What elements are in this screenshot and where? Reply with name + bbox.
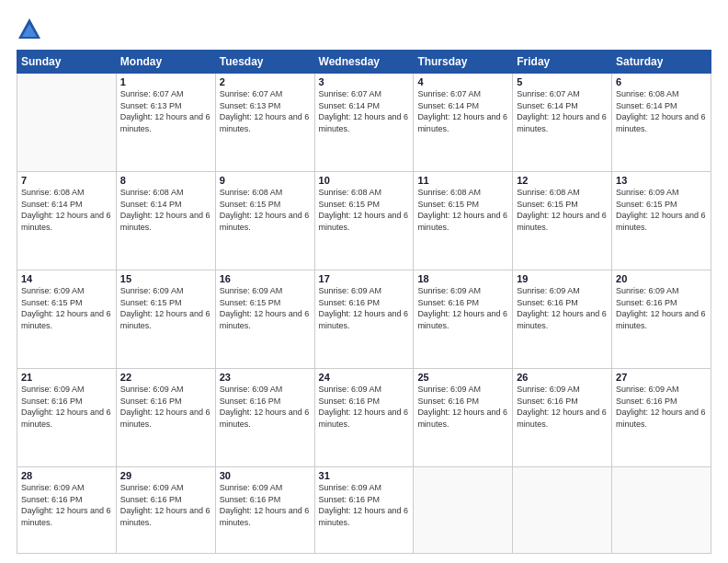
calendar-cell: 22Sunrise: 6:09 AMSunset: 6:16 PMDayligh… bbox=[116, 369, 215, 467]
calendar-header-monday: Monday bbox=[116, 51, 215, 74]
day-info: Sunrise: 6:09 AMSunset: 6:15 PMDaylight:… bbox=[21, 285, 112, 331]
calendar-cell: 26Sunrise: 6:09 AMSunset: 6:16 PMDayligh… bbox=[513, 369, 612, 467]
day-info: Sunrise: 6:09 AMSunset: 6:16 PMDaylight:… bbox=[21, 384, 112, 430]
day-info: Sunrise: 6:09 AMSunset: 6:16 PMDaylight:… bbox=[517, 384, 608, 430]
day-number: 24 bbox=[319, 372, 410, 383]
day-number: 5 bbox=[517, 76, 608, 87]
calendar-cell: 15Sunrise: 6:09 AMSunset: 6:15 PMDayligh… bbox=[116, 270, 215, 369]
day-info: Sunrise: 6:07 AMSunset: 6:14 PMDaylight:… bbox=[319, 88, 410, 134]
day-number: 22 bbox=[120, 372, 211, 383]
day-info: Sunrise: 6:09 AMSunset: 6:16 PMDaylight:… bbox=[417, 384, 508, 430]
calendar-cell: 7Sunrise: 6:08 AMSunset: 6:14 PMDaylight… bbox=[17, 172, 117, 270]
calendar-cell: 14Sunrise: 6:09 AMSunset: 6:15 PMDayligh… bbox=[17, 270, 117, 369]
calendar-header-saturday: Saturday bbox=[612, 51, 711, 74]
calendar-header-wednesday: Wednesday bbox=[314, 51, 414, 74]
day-info: Sunrise: 6:08 AMSunset: 6:14 PMDaylight:… bbox=[616, 88, 707, 134]
calendar-week-row: 14Sunrise: 6:09 AMSunset: 6:15 PMDayligh… bbox=[17, 270, 711, 369]
day-info: Sunrise: 6:09 AMSunset: 6:15 PMDaylight:… bbox=[220, 285, 311, 331]
calendar-cell: 16Sunrise: 6:09 AMSunset: 6:15 PMDayligh… bbox=[215, 270, 314, 369]
day-number: 16 bbox=[220, 273, 311, 284]
logo-icon bbox=[17, 17, 42, 42]
calendar-week-row: 7Sunrise: 6:08 AMSunset: 6:14 PMDaylight… bbox=[17, 172, 711, 270]
day-info: Sunrise: 6:09 AMSunset: 6:15 PMDaylight:… bbox=[616, 187, 707, 233]
day-number: 10 bbox=[319, 175, 410, 186]
day-number: 27 bbox=[616, 372, 707, 383]
calendar-cell: 1Sunrise: 6:07 AMSunset: 6:13 PMDaylight… bbox=[116, 74, 215, 172]
day-info: Sunrise: 6:09 AMSunset: 6:15 PMDaylight:… bbox=[120, 285, 211, 331]
day-info: Sunrise: 6:07 AMSunset: 6:14 PMDaylight:… bbox=[517, 88, 608, 134]
day-number: 29 bbox=[120, 470, 211, 481]
calendar-cell: 9Sunrise: 6:08 AMSunset: 6:15 PMDaylight… bbox=[215, 172, 314, 270]
day-number: 11 bbox=[417, 175, 508, 186]
header bbox=[17, 17, 711, 42]
calendar-cell: 4Sunrise: 6:07 AMSunset: 6:14 PMDaylight… bbox=[414, 74, 513, 172]
day-info: Sunrise: 6:07 AMSunset: 6:13 PMDaylight:… bbox=[120, 88, 211, 134]
day-number: 6 bbox=[616, 76, 707, 87]
calendar-cell: 3Sunrise: 6:07 AMSunset: 6:14 PMDaylight… bbox=[314, 74, 414, 172]
calendar-cell: 23Sunrise: 6:09 AMSunset: 6:16 PMDayligh… bbox=[215, 369, 314, 467]
day-info: Sunrise: 6:07 AMSunset: 6:14 PMDaylight:… bbox=[417, 88, 508, 134]
day-number: 20 bbox=[616, 273, 707, 284]
day-info: Sunrise: 6:09 AMSunset: 6:16 PMDaylight:… bbox=[120, 384, 211, 430]
calendar-header-friday: Friday bbox=[513, 51, 612, 74]
calendar-header-tuesday: Tuesday bbox=[215, 51, 314, 74]
day-info: Sunrise: 6:09 AMSunset: 6:16 PMDaylight:… bbox=[417, 285, 508, 331]
day-info: Sunrise: 6:08 AMSunset: 6:15 PMDaylight:… bbox=[517, 187, 608, 233]
calendar-cell: 30Sunrise: 6:09 AMSunset: 6:16 PMDayligh… bbox=[215, 467, 314, 554]
calendar-cell: 12Sunrise: 6:08 AMSunset: 6:15 PMDayligh… bbox=[513, 172, 612, 270]
day-number: 26 bbox=[517, 372, 608, 383]
day-number: 3 bbox=[319, 76, 410, 87]
calendar-table: SundayMondayTuesdayWednesdayThursdayFrid… bbox=[17, 50, 711, 554]
day-number: 12 bbox=[517, 175, 608, 186]
day-info: Sunrise: 6:09 AMSunset: 6:16 PMDaylight:… bbox=[319, 482, 410, 528]
calendar-cell: 21Sunrise: 6:09 AMSunset: 6:16 PMDayligh… bbox=[17, 369, 117, 467]
calendar-cell: 18Sunrise: 6:09 AMSunset: 6:16 PMDayligh… bbox=[414, 270, 513, 369]
day-number: 19 bbox=[517, 273, 608, 284]
day-info: Sunrise: 6:09 AMSunset: 6:16 PMDaylight:… bbox=[120, 482, 211, 528]
day-number: 18 bbox=[417, 273, 508, 284]
calendar-week-row: 21Sunrise: 6:09 AMSunset: 6:16 PMDayligh… bbox=[17, 369, 711, 467]
calendar-cell: 24Sunrise: 6:09 AMSunset: 6:16 PMDayligh… bbox=[314, 369, 414, 467]
calendar-cell bbox=[17, 74, 117, 172]
calendar-cell bbox=[513, 467, 612, 554]
day-info: Sunrise: 6:09 AMSunset: 6:16 PMDaylight:… bbox=[319, 285, 410, 331]
calendar-cell: 25Sunrise: 6:09 AMSunset: 6:16 PMDayligh… bbox=[414, 369, 513, 467]
day-info: Sunrise: 6:09 AMSunset: 6:16 PMDaylight:… bbox=[319, 384, 410, 430]
day-number: 31 bbox=[319, 470, 410, 481]
calendar-cell: 8Sunrise: 6:08 AMSunset: 6:14 PMDaylight… bbox=[116, 172, 215, 270]
day-number: 21 bbox=[21, 372, 112, 383]
day-info: Sunrise: 6:08 AMSunset: 6:15 PMDaylight:… bbox=[319, 187, 410, 233]
day-info: Sunrise: 6:09 AMSunset: 6:16 PMDaylight:… bbox=[21, 482, 112, 528]
day-info: Sunrise: 6:09 AMSunset: 6:16 PMDaylight:… bbox=[616, 384, 707, 430]
page: SundayMondayTuesdayWednesdayThursdayFrid… bbox=[0, 0, 728, 563]
day-info: Sunrise: 6:08 AMSunset: 6:14 PMDaylight:… bbox=[120, 187, 211, 233]
day-info: Sunrise: 6:08 AMSunset: 6:14 PMDaylight:… bbox=[21, 187, 112, 233]
day-number: 4 bbox=[417, 76, 508, 87]
calendar-cell: 13Sunrise: 6:09 AMSunset: 6:15 PMDayligh… bbox=[612, 172, 711, 270]
calendar-cell: 29Sunrise: 6:09 AMSunset: 6:16 PMDayligh… bbox=[116, 467, 215, 554]
day-number: 1 bbox=[120, 76, 211, 87]
day-info: Sunrise: 6:07 AMSunset: 6:13 PMDaylight:… bbox=[220, 88, 311, 134]
day-info: Sunrise: 6:09 AMSunset: 6:16 PMDaylight:… bbox=[220, 482, 311, 528]
calendar-cell: 11Sunrise: 6:08 AMSunset: 6:15 PMDayligh… bbox=[414, 172, 513, 270]
day-info: Sunrise: 6:08 AMSunset: 6:15 PMDaylight:… bbox=[220, 187, 311, 233]
day-number: 30 bbox=[220, 470, 311, 481]
calendar-cell: 20Sunrise: 6:09 AMSunset: 6:16 PMDayligh… bbox=[612, 270, 711, 369]
calendar-cell: 17Sunrise: 6:09 AMSunset: 6:16 PMDayligh… bbox=[314, 270, 414, 369]
calendar-cell bbox=[414, 467, 513, 554]
calendar-week-row: 28Sunrise: 6:09 AMSunset: 6:16 PMDayligh… bbox=[17, 467, 711, 554]
calendar-cell: 31Sunrise: 6:09 AMSunset: 6:16 PMDayligh… bbox=[314, 467, 414, 554]
day-number: 25 bbox=[417, 372, 508, 383]
logo bbox=[17, 17, 46, 42]
day-number: 8 bbox=[120, 175, 211, 186]
calendar-cell: 28Sunrise: 6:09 AMSunset: 6:16 PMDayligh… bbox=[17, 467, 117, 554]
calendar-cell: 27Sunrise: 6:09 AMSunset: 6:16 PMDayligh… bbox=[612, 369, 711, 467]
day-number: 15 bbox=[120, 273, 211, 284]
calendar-cell: 2Sunrise: 6:07 AMSunset: 6:13 PMDaylight… bbox=[215, 74, 314, 172]
day-info: Sunrise: 6:08 AMSunset: 6:15 PMDaylight:… bbox=[417, 187, 508, 233]
calendar-cell: 10Sunrise: 6:08 AMSunset: 6:15 PMDayligh… bbox=[314, 172, 414, 270]
day-info: Sunrise: 6:09 AMSunset: 6:16 PMDaylight:… bbox=[517, 285, 608, 331]
calendar-cell bbox=[612, 467, 711, 554]
calendar-cell: 5Sunrise: 6:07 AMSunset: 6:14 PMDaylight… bbox=[513, 74, 612, 172]
day-number: 9 bbox=[220, 175, 311, 186]
